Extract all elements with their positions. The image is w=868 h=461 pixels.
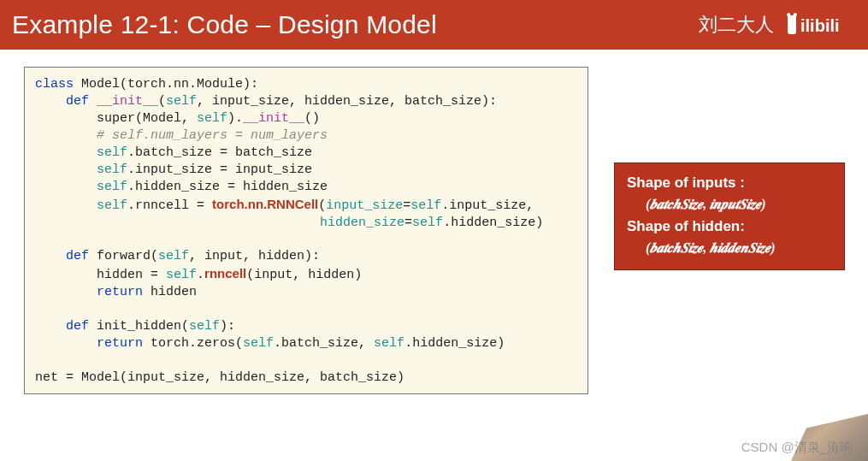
inputs-shape-tuple: (𝒃𝒂𝒕𝒄𝒉𝑺𝒊𝒛𝒆, 𝒊𝒏𝒑𝒖𝒕𝑺𝒊𝒛𝒆) xyxy=(627,194,832,216)
code-token: __init__ xyxy=(243,111,304,126)
slide-body: class Model(torch.nn.Module): def __init… xyxy=(0,50,868,394)
code-token: self xyxy=(374,336,404,351)
inputs-shape-heading: Shape of inputs : xyxy=(627,172,832,194)
shape-info-callout: Shape of inputs : (𝒃𝒂𝒕𝒄𝒉𝑺𝒊𝒛𝒆, 𝒊𝒏𝒑𝒖𝒕𝑺𝒊𝒛𝒆)… xyxy=(614,163,845,270)
code-token: __init__ xyxy=(97,94,158,109)
hidden-shape-heading: Shape of hidden: xyxy=(627,216,832,238)
code-token: self xyxy=(412,216,443,230)
hidden-shape-tuple: (𝒃𝒂𝒕𝒄𝒉𝑺𝒊𝒛𝒆, 𝒉𝒊𝒅𝒅𝒆𝒏𝑺𝒊𝒛𝒆) xyxy=(627,238,832,259)
code-token: Model(torch.nn.Module): xyxy=(74,77,258,92)
code-token: self xyxy=(197,111,227,126)
code-token: ): xyxy=(220,319,235,334)
code-token xyxy=(35,180,97,194)
code-token: .input_size, xyxy=(441,198,534,213)
code-token: self xyxy=(166,94,197,109)
code-token: self xyxy=(97,145,127,160)
code-token: = xyxy=(403,198,410,213)
code-token xyxy=(35,145,97,160)
code-token: hidden_size xyxy=(320,216,404,230)
code-token: self xyxy=(410,198,441,213)
code-token: input_size xyxy=(326,198,403,213)
code-token xyxy=(35,198,97,213)
code-token: hidden xyxy=(143,285,197,299)
code-token: torch.zeros( xyxy=(143,336,243,351)
code-emphasis: rnncell xyxy=(204,266,246,281)
code-token: self xyxy=(97,180,127,194)
code-token: return xyxy=(35,285,143,299)
code-token: ). xyxy=(227,111,243,126)
code-token: class xyxy=(35,77,74,92)
code-token xyxy=(35,216,320,230)
code-token: hidden = xyxy=(35,268,166,282)
brand-area: 刘二大人 ilibili xyxy=(699,10,851,39)
code-token: self xyxy=(243,336,274,351)
code-token: self xyxy=(189,319,220,334)
code-token: def xyxy=(35,249,89,263)
code-token: def xyxy=(35,94,97,109)
code-block: class Model(torch.nn.Module): def __init… xyxy=(24,67,588,394)
code-token: super(Model, xyxy=(35,111,197,126)
code-token: ( xyxy=(318,198,326,213)
csdn-watermark: CSDN @清泉_流响 xyxy=(741,440,853,456)
code-token: .rnncell = xyxy=(127,198,212,213)
code-emphasis: torch.nn.RNNCell xyxy=(212,197,318,211)
code-token: self xyxy=(97,198,127,213)
slide-title: Example 12-1: Code – Design Model xyxy=(12,10,437,39)
code-token: def xyxy=(35,319,89,334)
code-token: .hidden_size = hidden_size xyxy=(127,180,328,194)
code-token: = xyxy=(404,216,412,230)
code-token: self xyxy=(166,268,197,282)
code-token: . xyxy=(197,268,204,282)
code-token: , input_size, hidden_size, batch_size): xyxy=(197,94,497,109)
code-token: , input, hidden): xyxy=(189,249,320,263)
code-token: .input_size = input_size xyxy=(127,163,312,177)
code-comment: # self.num_layers = num_layers xyxy=(35,128,328,143)
code-token: (input, hidden) xyxy=(246,268,362,282)
code-token: init_hidden( xyxy=(89,319,189,334)
code-token: self xyxy=(158,249,189,263)
slide-header: Example 12-1: Code – Design Model 刘二大人 i… xyxy=(0,0,868,50)
svg-text:ilibili: ilibili xyxy=(800,16,840,35)
bilibili-logo-icon: ilibili xyxy=(786,10,851,39)
code-token xyxy=(35,163,97,177)
code-token: .hidden_size) xyxy=(404,336,505,351)
code-token: return xyxy=(35,336,143,351)
code-token: () xyxy=(304,111,320,126)
code-token: .hidden_size) xyxy=(443,216,543,230)
code-token: net = Model(input_size, hidden_size, bat… xyxy=(35,370,404,385)
code-token: self xyxy=(97,163,127,177)
author-name: 刘二大人 xyxy=(699,12,774,38)
code-token: forward( xyxy=(89,249,158,263)
code-token: .batch_size, xyxy=(274,336,374,351)
slide: Example 12-1: Code – Design Model 刘二大人 i… xyxy=(0,0,868,461)
code-token: ( xyxy=(158,94,166,109)
code-token: .batch_size = batch_size xyxy=(127,145,312,160)
